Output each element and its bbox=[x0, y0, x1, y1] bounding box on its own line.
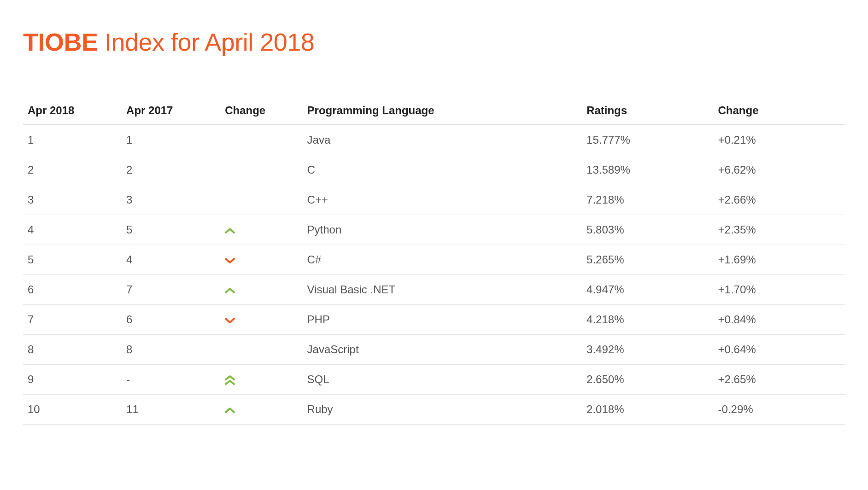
cell-language: SQL bbox=[303, 365, 582, 395]
cell-change-pct: +0.64% bbox=[714, 335, 845, 365]
cell-apr2018: 3 bbox=[23, 185, 122, 215]
table-row: 1011Ruby2.018%-0.29% bbox=[23, 395, 845, 425]
cell-change-pct: +1.69% bbox=[714, 245, 845, 275]
cell-change-icon bbox=[220, 215, 302, 245]
cell-apr2017: 3 bbox=[122, 185, 220, 215]
chevron-down-icon bbox=[225, 257, 235, 264]
cell-apr2017: 11 bbox=[122, 395, 220, 425]
page-title: TIOBE Index for April 2018 bbox=[23, 28, 845, 56]
cell-ratings: 7.218% bbox=[582, 185, 713, 215]
cell-apr2018: 10 bbox=[23, 395, 122, 425]
cell-change-icon bbox=[220, 335, 302, 365]
cell-apr2017: 4 bbox=[122, 245, 220, 275]
cell-language: C bbox=[303, 155, 582, 185]
cell-apr2018: 8 bbox=[23, 335, 122, 365]
cell-change-icon bbox=[220, 125, 302, 155]
chevron-up-icon bbox=[225, 287, 235, 294]
header-ratings: Ratings bbox=[582, 98, 713, 125]
cell-apr2018: 9 bbox=[23, 365, 122, 395]
cell-apr2018: 6 bbox=[23, 275, 122, 305]
table-row: 9-SQL2.650%+2.65% bbox=[23, 365, 845, 395]
table-row: 88JavaScript3.492%+0.64% bbox=[23, 335, 845, 365]
cell-change-pct: +2.66% bbox=[714, 185, 845, 215]
cell-change-pct: +6.62% bbox=[714, 155, 845, 185]
cell-change-pct: +2.35% bbox=[714, 215, 845, 245]
table-row: 67Visual Basic .NET4.947%+1.70% bbox=[23, 275, 845, 305]
cell-ratings: 5.803% bbox=[582, 215, 713, 245]
cell-language: Visual Basic .NET bbox=[303, 275, 582, 305]
cell-apr2017: - bbox=[122, 365, 220, 395]
cell-language: PHP bbox=[303, 305, 582, 335]
cell-change-icon bbox=[220, 275, 302, 305]
cell-change-pct: +1.70% bbox=[714, 275, 845, 305]
cell-language: Java bbox=[303, 125, 582, 155]
cell-apr2017: 5 bbox=[122, 215, 220, 245]
cell-language: Ruby bbox=[303, 395, 582, 425]
chevron-up-icon bbox=[225, 228, 235, 234]
cell-apr2017: 6 bbox=[122, 305, 220, 335]
cell-ratings: 2.018% bbox=[582, 395, 713, 425]
cell-change-pct: +0.21% bbox=[714, 125, 845, 155]
table-row: 22C13.589%+6.62% bbox=[23, 155, 845, 185]
cell-apr2017: 7 bbox=[122, 275, 220, 305]
cell-apr2018: 5 bbox=[23, 245, 122, 275]
table-row: 45Python5.803%+2.35% bbox=[23, 215, 845, 245]
table-row: 76PHP4.218%+0.84% bbox=[23, 305, 845, 335]
cell-apr2017: 8 bbox=[122, 335, 220, 365]
cell-apr2018: 4 bbox=[23, 215, 122, 245]
cell-apr2017: 1 bbox=[122, 125, 220, 155]
cell-change-icon bbox=[220, 365, 302, 395]
cell-change-icon bbox=[220, 185, 302, 215]
cell-language: C++ bbox=[303, 185, 582, 215]
header-change: Change bbox=[220, 98, 302, 125]
cell-ratings: 5.265% bbox=[582, 245, 713, 275]
cell-change-icon bbox=[220, 395, 302, 425]
cell-apr2018: 2 bbox=[23, 155, 122, 185]
cell-apr2018: 1 bbox=[23, 125, 122, 155]
title-rest: Index for April 2018 bbox=[98, 28, 315, 56]
cell-ratings: 2.650% bbox=[582, 365, 713, 395]
cell-language: Python bbox=[303, 215, 582, 245]
table-body: 11Java15.777%+0.21%22C13.589%+6.62%33C++… bbox=[23, 125, 845, 425]
title-brand: TIOBE bbox=[23, 28, 98, 56]
chevron-down-icon bbox=[225, 317, 235, 324]
table-row: 11Java15.777%+0.21% bbox=[23, 125, 845, 155]
cell-apr2018: 7 bbox=[23, 305, 122, 335]
cell-change-icon bbox=[220, 155, 302, 185]
header-apr2017: Apr 2017 bbox=[122, 98, 220, 125]
cell-ratings: 4.947% bbox=[582, 275, 713, 305]
cell-change-icon bbox=[220, 245, 302, 275]
page-container: TIOBE Index for April 2018 Apr 2018 Apr … bbox=[23, 28, 845, 425]
header-language: Programming Language bbox=[303, 98, 582, 125]
cell-language: C# bbox=[303, 245, 582, 275]
cell-ratings: 3.492% bbox=[582, 335, 713, 365]
cell-apr2017: 2 bbox=[122, 155, 220, 185]
header-change-pct: Change bbox=[714, 98, 845, 125]
cell-ratings: 13.589% bbox=[582, 155, 713, 185]
cell-ratings: 15.777% bbox=[582, 125, 713, 155]
cell-ratings: 4.218% bbox=[582, 305, 713, 335]
tiobe-table: Apr 2018 Apr 2017 Change Programming Lan… bbox=[23, 98, 845, 425]
double-chevron-up-icon bbox=[225, 375, 235, 385]
table-header-row: Apr 2018 Apr 2017 Change Programming Lan… bbox=[23, 98, 845, 125]
cell-change-pct: +0.84% bbox=[714, 305, 845, 335]
cell-language: JavaScript bbox=[303, 335, 582, 365]
cell-change-icon bbox=[220, 305, 302, 335]
header-apr2018: Apr 2018 bbox=[23, 98, 122, 125]
table-row: 54C#5.265%+1.69% bbox=[23, 245, 845, 275]
cell-change-pct: -0.29% bbox=[714, 395, 845, 425]
chevron-up-icon bbox=[225, 407, 235, 414]
table-row: 33C++7.218%+2.66% bbox=[23, 185, 845, 215]
cell-change-pct: +2.65% bbox=[714, 365, 845, 395]
